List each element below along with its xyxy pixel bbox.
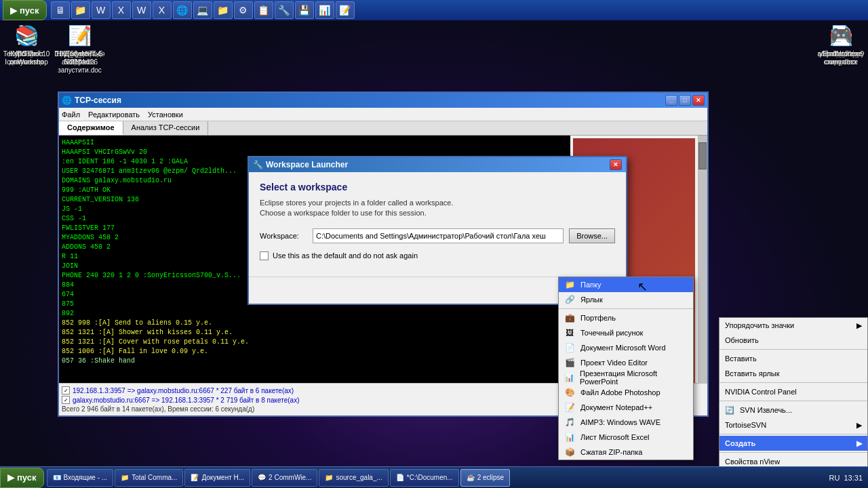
workspace-label: Workspace: xyxy=(260,232,307,240)
tcp-close-button[interactable]: ✕ xyxy=(692,95,705,106)
taskbar: ▶ пуск 📧 Входящие - ... 📁 Total Comma...… xyxy=(0,466,868,488)
rmenu-arrange-label: Упорядочить значки xyxy=(725,321,794,329)
context-menu-item-shortcut[interactable]: 🔗 Ярлык xyxy=(559,292,693,307)
start-button[interactable]: ▶ пуск xyxy=(3,0,47,20)
rmenu-nvidia[interactable]: NVIDIA Control Panel xyxy=(719,384,867,399)
tcp-line-24: 057 36 :Shake hand xyxy=(62,357,568,366)
tcp-menu-edit[interactable]: Редактировать xyxy=(88,110,140,119)
context-menu-item-photoshop[interactable]: 🎨 Файл Adobe Photoshop xyxy=(559,385,693,400)
toolbar-icon-2[interactable]: 📁 xyxy=(71,1,90,19)
toolbar-icon-14[interactable]: 📊 xyxy=(315,1,334,19)
taskbar-item-6[interactable]: ☕ 2 eclipse xyxy=(460,469,510,487)
tcp-scroll-thumb[interactable] xyxy=(698,142,707,169)
portfolio-icon: 💼 xyxy=(564,312,575,323)
tcp-line-1: HAAAPSII xyxy=(62,138,568,148)
toolbar-icon-4[interactable]: X xyxy=(112,1,131,19)
context-menu-sep-1 xyxy=(559,308,693,309)
desktop-icon-kursplus[interactable]: 📚 КурсПлюс xyxy=(3,22,50,58)
context-menu-item-zip[interactable]: 📦 Сжатая ZIP-папка xyxy=(559,445,693,460)
aimp-icon: 🎵 xyxy=(564,417,575,428)
toolbar-icon-5[interactable]: W xyxy=(132,1,151,19)
tcp-menu-file[interactable]: Файл xyxy=(62,110,80,119)
excel-icon: 📊 xyxy=(564,432,575,443)
taskbar-item-1[interactable]: 📁 Total Comma... xyxy=(115,469,183,487)
rmenu-paste[interactable]: Вставить xyxy=(719,351,867,366)
notepad-icon: 📝 xyxy=(564,402,575,413)
context-menu-word-label: Документ Microsoft Word xyxy=(580,344,666,352)
toolbar-icon-1[interactable]: 🖥 xyxy=(51,1,70,19)
taskbar-item-3[interactable]: 💬 2 CommWie... xyxy=(252,469,317,487)
rmenu-paste-shortcut[interactable]: Вставить ярлык xyxy=(719,366,867,381)
desktop-icon-yemu[interactable]: 🎮 yEmulator.exe xyxy=(817,22,865,58)
taskbar-lang: RU xyxy=(829,474,840,482)
toolbar-icon-7[interactable]: 🌐 xyxy=(173,1,192,19)
context-menu-shortcut-label: Ярлык xyxy=(580,296,603,304)
tcp-line-21: 852 1321 :[A] Shower with kisses 0.11 у.… xyxy=(62,328,568,338)
taskbar-item-0[interactable]: 📧 Входящие - ... xyxy=(47,469,114,487)
taskbar-start-icon: ▶ xyxy=(7,472,14,483)
taskbar-item-2[interactable]: 📝 Документ Н... xyxy=(184,469,250,487)
status-cb-1[interactable]: ✓ xyxy=(62,386,70,394)
video-icon: 🎬 xyxy=(564,357,575,368)
toolbar-icon-8[interactable]: 💻 xyxy=(193,1,212,19)
workspace-window-controls: ✕ xyxy=(610,159,622,170)
tcp-maximize-button[interactable]: □ xyxy=(679,95,691,106)
context-menu-bitmap-label: Точечный рисунок xyxy=(580,329,643,337)
toolbar-icon-15[interactable]: 📝 xyxy=(336,1,355,19)
tcp-tab-analysis[interactable]: Анализ TCP-сессии xyxy=(123,121,209,135)
taskbar-start-button[interactable]: ▶ пуск xyxy=(0,468,44,488)
toolbar-icon-11[interactable]: 📋 xyxy=(254,1,273,19)
context-menu: 📁 Папку 🔗 Ярлык 💼 Портфель 🖼 Точечный ри… xyxy=(558,277,694,460)
toolbar-icon-3[interactable]: W xyxy=(92,1,111,19)
context-menu-item-portfolio[interactable]: 💼 Портфель xyxy=(559,310,693,325)
tcp-minimize-button[interactable]: _ xyxy=(665,95,677,106)
workspace-input[interactable] xyxy=(313,228,564,243)
status-cb-2[interactable]: ✓ xyxy=(62,396,70,404)
rmenu-svn[interactable]: 🔄 SVN Извлечь... xyxy=(719,403,867,418)
di-doc[interactable]: 📝 Документ Notepad... xyxy=(54,22,105,66)
rmenu-sep-1 xyxy=(719,349,867,350)
workspace-close-button[interactable]: ✕ xyxy=(610,159,622,170)
context-menu-item-notepad[interactable]: 📝 Документ Notepad++ xyxy=(559,400,693,415)
tcp-title: TCP-сессия xyxy=(75,96,121,105)
workspace-default-checkbox[interactable] xyxy=(260,251,269,260)
tcp-scrollbar[interactable] xyxy=(698,136,707,414)
rmenu-tortoisesvn[interactable]: TortoiseSVN ▶ xyxy=(719,418,867,432)
tcp-tab-content[interactable]: Содержимое xyxy=(59,121,123,135)
toolbar-icon-9[interactable]: 📁 xyxy=(214,1,233,19)
tcp-line-23: 852 1006 :[A] Fall in love 0.09 у.е. xyxy=(62,347,568,357)
context-menu-item-ppt[interactable]: 📊 Презентация Microsoft PowerPoint xyxy=(559,370,693,385)
taskbar-item-4[interactable]: 📁 source_gala_... xyxy=(319,469,388,487)
workspace-subtitle-2: Choose a workspace folder to use for thi… xyxy=(260,209,427,217)
context-menu-item-bitmap[interactable]: 🖼 Точечный рисунок xyxy=(559,325,693,340)
browse-button[interactable]: Browse... xyxy=(569,228,615,243)
shortcut-icon: 🔗 xyxy=(564,294,575,305)
rmenu-refresh[interactable]: Обновить xyxy=(719,333,867,348)
desktop: it makes me happy ▶ пуск 🖥 📁 W X W X 🌐 💻… xyxy=(0,0,868,488)
context-menu-item-word[interactable]: 📄 Документ Microsoft Word xyxy=(559,340,693,355)
toolbar-icon-12[interactable]: 🔧 xyxy=(275,1,294,19)
bitmap-icon: 🖼 xyxy=(564,327,575,338)
taskbar-item-2-label: Документ Н... xyxy=(201,474,244,481)
context-menu-item-excel[interactable]: 📊 Лист Microsoft Excel xyxy=(559,430,693,445)
taskbar-item-5-icon: 📄 xyxy=(396,474,404,481)
yemu-icon: 🎮 xyxy=(827,22,854,49)
workspace-title-icon: 🔧 xyxy=(253,160,263,169)
taskbar-item-5[interactable]: 📄 *C:\Documen... xyxy=(390,469,459,487)
taskbar-item-4-label: source_gala_... xyxy=(336,474,382,481)
toolbar-icon-10[interactable]: ⚙ xyxy=(234,1,253,19)
workspace-heading: Select a workspace xyxy=(260,182,615,192)
context-menu-item-video[interactable]: 🎬 Проект Video Editor xyxy=(559,355,693,370)
context-menu-item-folder[interactable]: 📁 Папку xyxy=(559,277,693,292)
word-icon: 📄 xyxy=(564,342,575,353)
taskbar-start-label: пуск xyxy=(17,472,37,483)
context-menu-excel-label: Лист Microsoft Excel xyxy=(580,433,650,441)
toolbar-icon-6[interactable]: X xyxy=(153,1,172,19)
toolbar-icon-13[interactable]: 💾 xyxy=(295,1,314,19)
tcp-titlebar: 🌐 TCP-сессия _ □ ✕ xyxy=(59,93,707,108)
rmenu-arrange[interactable]: Упорядочить значки ▶ xyxy=(719,318,867,333)
tcp-menu-settings[interactable]: Установки xyxy=(148,110,183,119)
context-menu-item-aimp[interactable]: 🎵 AIMP3: Windows WAVE xyxy=(559,415,693,430)
rmenu-create[interactable]: Создать ▶ xyxy=(719,436,867,451)
tcp-menu: Файл Редактировать Установки xyxy=(59,108,707,121)
